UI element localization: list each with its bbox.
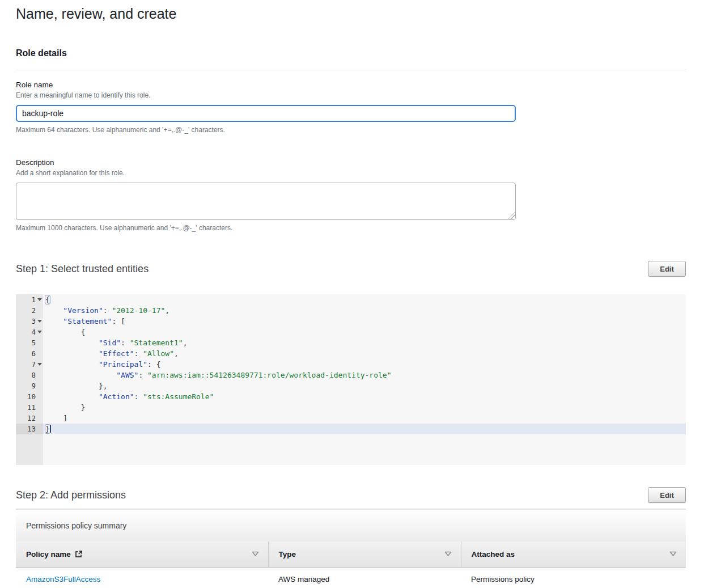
- page-title: Name, review, and create: [16, 5, 686, 22]
- editor-code-line[interactable]: "AWS": "arn:aws:iam::541263489771:role/w…: [43, 370, 686, 380]
- resize-grip-icon[interactable]: [508, 213, 515, 219]
- editor-line-number: 3: [16, 316, 43, 327]
- role-name-field: Role name Enter a meaningful name to ide…: [16, 80, 686, 134]
- editor-code-line[interactable]: "Action": "sts:AssumeRole": [43, 391, 686, 402]
- table-body: AmazonS3FullAccessAWS managedPermissions…: [16, 567, 686, 588]
- column-header-attached-as[interactable]: Attached as: [461, 542, 686, 567]
- edit-permissions-button[interactable]: Edit: [648, 487, 686, 503]
- permissions-policy-panel: Permissions policy summary Policy nameTy…: [16, 509, 686, 588]
- fold-arrow-icon[interactable]: [37, 298, 42, 301]
- fold-arrow-icon[interactable]: [37, 331, 42, 333]
- edit-trusted-entities-button[interactable]: Edit: [648, 261, 686, 277]
- policy-name-link[interactable]: AmazonS3FullAccess: [26, 575, 100, 583]
- description-constraint: Maximum 1000 characters. Use alphanumeri…: [16, 224, 686, 232]
- step1-heading: Step 1: Select trusted entities: [16, 261, 149, 275]
- description-hint: Add a short explanation for this role.: [16, 169, 686, 177]
- editor-code-line[interactable]: {: [43, 294, 686, 305]
- text-cursor: [50, 425, 51, 433]
- role-details-heading: Role details: [16, 48, 686, 58]
- description-textarea[interactable]: [16, 183, 516, 220]
- editor-code-line[interactable]: {: [43, 327, 686, 337]
- editor-line-number: 6: [16, 348, 43, 359]
- role-name-constraint: Maximum 64 characters. Use alphanumeric …: [16, 126, 686, 134]
- step1-header: Step 1: Select trusted entities Edit: [16, 261, 686, 277]
- attached-as-cell: Permissions policy: [461, 567, 686, 588]
- permissions-table: Policy nameTypeAttached as AmazonS3FullA…: [16, 542, 686, 588]
- description-label: Description: [16, 158, 686, 167]
- sort-descending-icon[interactable]: [669, 551, 677, 557]
- table-row: AmazonS3FullAccessAWS managedPermissions…: [16, 567, 686, 588]
- sort-descending-icon[interactable]: [444, 551, 452, 557]
- policy-type-cell: AWS managed: [268, 567, 461, 588]
- fold-arrow-icon[interactable]: [37, 320, 42, 323]
- trust-policy-editor[interactable]: 12345678910111213 { "Version": "2012-10-…: [16, 294, 686, 465]
- fold-arrow-icon[interactable]: [37, 363, 42, 366]
- editor-line-number: 4: [16, 327, 43, 337]
- editor-code-line[interactable]: "Sid": "Statement1",: [43, 337, 686, 348]
- editor-line-number: 1: [16, 294, 43, 305]
- editor-code-line[interactable]: ]: [43, 413, 686, 424]
- editor-line-number: 12: [16, 413, 43, 424]
- editor-code-line[interactable]: "Effect": "Allow",: [43, 348, 686, 359]
- editor-line-number: 11: [16, 402, 43, 413]
- editor-line-number: 9: [16, 380, 43, 391]
- editor-code-line[interactable]: }: [43, 402, 686, 413]
- role-name-input[interactable]: [16, 105, 516, 122]
- editor-code-line[interactable]: "Principal": {: [43, 359, 686, 370]
- editor-line-number: 8: [16, 370, 43, 380]
- editor-line-number: 5: [16, 337, 43, 348]
- description-field: Description Add a short explanation for …: [16, 158, 686, 232]
- editor-code-line[interactable]: }: [43, 424, 686, 434]
- editor-line-number: 7: [16, 359, 43, 370]
- editor-code-line[interactable]: "Version": "2012-10-17",: [43, 305, 686, 316]
- step2-heading: Step 2: Add permissions: [16, 487, 126, 501]
- external-link-icon: [75, 550, 83, 558]
- permissions-panel-title: Permissions policy summary: [16, 509, 686, 542]
- editor-gutter: 12345678910111213: [16, 294, 43, 465]
- editor-code-line[interactable]: "Statement": [: [43, 316, 686, 327]
- editor-line-number: 13: [16, 424, 43, 434]
- role-name-label: Role name: [16, 80, 686, 90]
- editor-code-line[interactable]: },: [43, 380, 686, 391]
- column-header-type[interactable]: Type: [268, 542, 461, 567]
- section-divider: [16, 70, 686, 70]
- editor-line-number: 2: [16, 305, 43, 316]
- name-review-create-page: Name, review, and create Role details Ro…: [0, 5, 704, 588]
- editor-code[interactable]: { "Version": "2012-10-17", "Statement": …: [43, 294, 686, 465]
- sort-descending-icon[interactable]: [252, 551, 259, 557]
- column-header-policy-name[interactable]: Policy name: [16, 542, 268, 567]
- editor-line-number: 10: [16, 391, 43, 402]
- step2-header: Step 2: Add permissions Edit: [16, 487, 686, 503]
- role-name-hint: Enter a meaningful name to identify this…: [16, 91, 686, 100]
- table-header-row: Policy nameTypeAttached as: [16, 542, 686, 567]
